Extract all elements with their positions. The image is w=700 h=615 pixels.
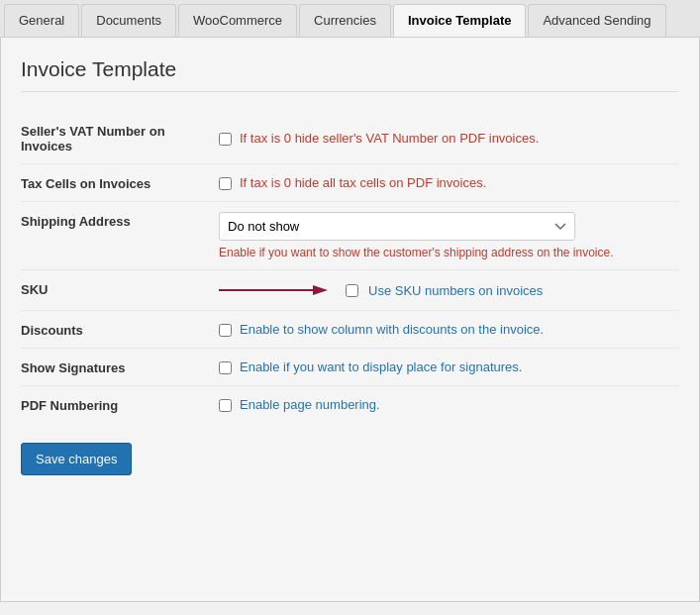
pdf-label: PDF Numbering: [21, 386, 219, 424]
tax-row: Tax Cells on Invoices If tax is 0 hide a…: [21, 164, 679, 202]
vat-label: Seller's VAT Number on Invoices: [21, 112, 219, 164]
discounts-checkbox-label: Enable to show column with discounts on …: [240, 322, 544, 337]
shipping-helper-text: Enable if you want to show the customer'…: [219, 246, 679, 259]
discounts-checkbox[interactable]: [219, 324, 232, 337]
signatures-checkbox[interactable]: [219, 361, 232, 374]
discounts-row: Discounts Enable to show column with dis…: [21, 311, 679, 349]
signatures-row: Show Signatures Enable if you want to di…: [21, 349, 679, 386]
vat-row: Seller's VAT Number on Invoices If tax i…: [21, 112, 679, 164]
tab-woocommerce[interactable]: WooCommerce: [178, 4, 297, 37]
vat-checkbox[interactable]: [219, 133, 232, 146]
tax-field: If tax is 0 hide all tax cells on PDF in…: [219, 164, 679, 202]
sku-checkbox[interactable]: [346, 284, 358, 297]
shipping-field: Do not show Do show Always show Enable i…: [219, 202, 679, 270]
tax-label: Tax Cells on Invoices: [21, 164, 219, 202]
vat-field: If tax is 0 hide seller's VAT Number on …: [219, 112, 679, 164]
sku-field: Use SKU numbers on invoices: [219, 270, 679, 311]
tab-general[interactable]: General: [4, 4, 79, 37]
discounts-label: Discounts: [21, 311, 219, 349]
tax-checkbox[interactable]: [219, 177, 232, 190]
vat-checkbox-label: If tax is 0 hide seller's VAT Number on …: [240, 131, 539, 146]
shipping-row: Shipping Address Do not show Do show Alw…: [21, 202, 679, 270]
pdf-field: Enable page numbering.: [219, 386, 679, 424]
pdf-numbering-row: PDF Numbering Enable page numbering.: [21, 386, 679, 424]
arrow-icon: [219, 280, 328, 300]
tab-advanced-sending[interactable]: Advanced Sending: [528, 4, 665, 37]
tab-documents[interactable]: Documents: [81, 4, 176, 37]
tab-invoice-template[interactable]: Invoice Template: [393, 4, 527, 37]
pdf-checkbox-label: Enable page numbering.: [240, 397, 380, 412]
signatures-field: Enable if you want to display place for …: [219, 349, 679, 386]
sku-label: SKU: [21, 270, 219, 311]
tab-bar: General Documents WooCommerce Currencies…: [0, 0, 700, 38]
tab-currencies[interactable]: Currencies: [299, 4, 391, 37]
shipping-select[interactable]: Do not show Do show Always show: [219, 212, 575, 241]
signatures-label: Show Signatures: [21, 349, 219, 386]
sku-checkbox-label: Use SKU numbers on invoices: [368, 283, 543, 298]
pdf-checkbox[interactable]: [219, 399, 232, 412]
save-button[interactable]: Save changes: [21, 443, 132, 475]
tax-checkbox-label: If tax is 0 hide all tax cells on PDF in…: [240, 175, 486, 190]
shipping-label: Shipping Address: [21, 202, 219, 270]
settings-table: Seller's VAT Number on Invoices If tax i…: [21, 112, 679, 423]
main-content: Invoice Template Seller's VAT Number on …: [0, 38, 700, 602]
page-title: Invoice Template: [21, 57, 679, 92]
discounts-field: Enable to show column with discounts on …: [219, 311, 679, 349]
sku-row: SKU Use SKU numbers on invoices: [21, 270, 679, 311]
signatures-checkbox-label: Enable if you want to display place for …: [240, 359, 522, 374]
svg-marker-1: [313, 285, 328, 295]
